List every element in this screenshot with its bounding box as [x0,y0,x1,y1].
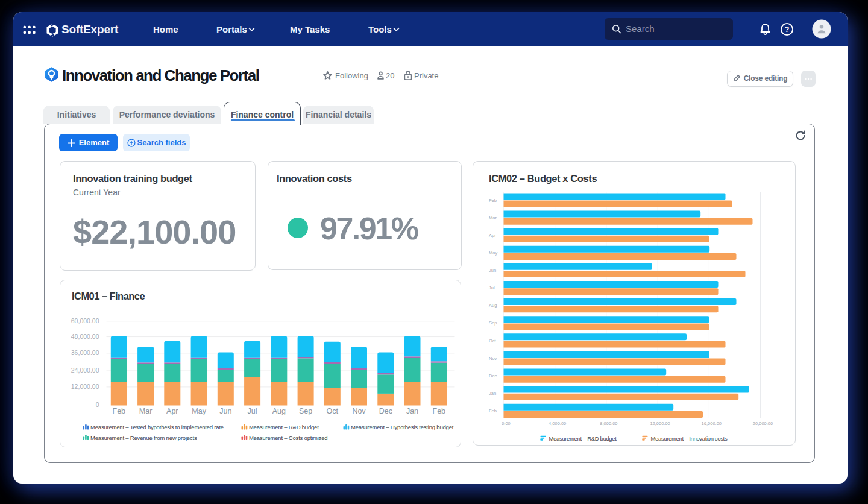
svg-text:Measurement – Tested hypothesi: Measurement – Tested hypothesis to imple… [90,424,224,430]
svg-text:Measurement – R&D budget: Measurement – R&D budget [249,424,319,430]
svg-text:Mar: Mar [489,215,497,221]
svg-text:48,000.00: 48,000.00 [71,333,99,340]
svg-text:0: 0 [96,401,99,408]
svg-text:36,000.00: 36,000.00 [71,349,99,356]
svg-text:Measurement – Revenue from new: Measurement – Revenue from new projects [90,435,197,441]
svg-text:Feb: Feb [489,198,497,203]
svg-text:May: May [489,250,497,256]
svg-text:Mar: Mar [139,407,153,415]
svg-text:Jan: Jan [406,407,418,415]
svg-text:4,000.00: 4,000.00 [549,421,566,426]
svg-text:?: ? [785,25,790,34]
svg-text:20,000.00: 20,000.00 [753,421,773,426]
svg-text:Dec: Dec [489,373,497,379]
svg-text:Nov: Nov [352,407,366,415]
svg-text:12,000.00: 12,000.00 [650,421,670,426]
svg-text:Aug: Aug [489,303,497,308]
svg-text:Jul: Jul [248,407,257,415]
svg-text:Jan: Jan [489,391,496,396]
svg-text:Jun: Jun [219,407,231,415]
svg-text:Sep: Sep [299,407,312,415]
svg-text:12,000.00: 12,000.00 [71,383,99,390]
svg-text:Measurement – Hypothesis testi: Measurement – Hypothesis testing budget [351,424,454,430]
svg-text:Jun: Jun [489,268,496,273]
svg-text:Measurement – R&D budget: Measurement – R&D budget [549,435,617,442]
svg-text:Measurement – Costs optimized: Measurement – Costs optimized [249,435,327,441]
svg-text:Apr: Apr [166,407,178,415]
svg-text:16,000.00: 16,000.00 [702,421,722,426]
svg-text:24,000.00: 24,000.00 [71,367,99,374]
svg-text:May: May [192,407,206,415]
svg-text:Apr: Apr [489,233,496,238]
svg-text:Oct: Oct [489,338,497,344]
svg-text:Aug: Aug [272,407,286,415]
svg-text:0.00: 0.00 [502,421,511,426]
svg-text:Feb: Feb [113,407,126,415]
svg-text:Nov: Nov [489,356,497,361]
svg-text:Sep: Sep [489,320,497,326]
svg-text:Oct: Oct [327,407,339,415]
svg-text:60,000.00: 60,000.00 [71,317,99,324]
svg-text:8,000.00: 8,000.00 [600,421,617,426]
svg-text:Feb: Feb [489,408,497,414]
svg-text:Dec: Dec [379,407,392,415]
svg-text:Feb: Feb [433,407,446,415]
svg-text:Jul: Jul [489,285,495,291]
svg-text:Measurement – Innovation costs: Measurement – Innovation costs [651,435,728,442]
